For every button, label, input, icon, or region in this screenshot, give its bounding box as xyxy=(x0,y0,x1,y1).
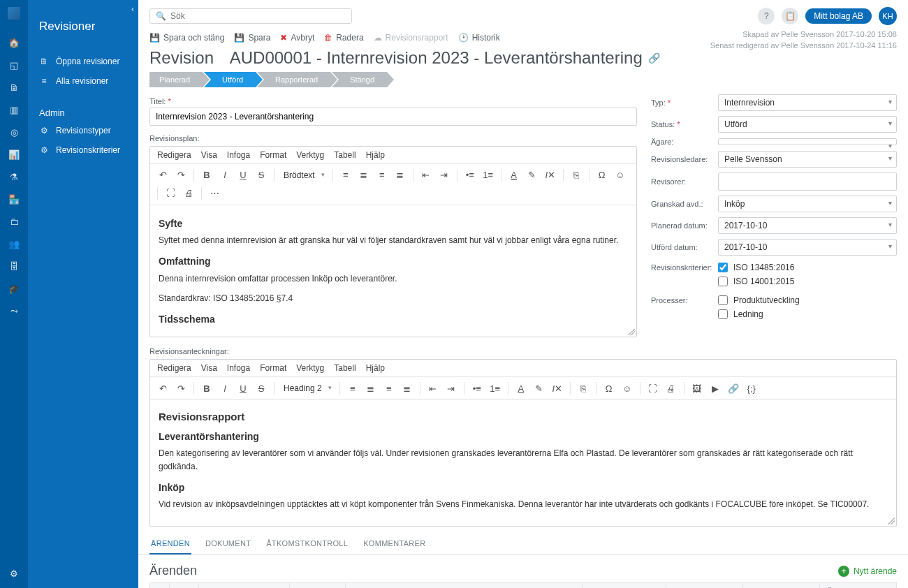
bold-icon[interactable]: B xyxy=(198,380,215,397)
underline-icon[interactable]: U xyxy=(235,167,251,184)
menu-insert[interactable]: Infoga xyxy=(227,363,250,373)
collapse-sidebar-icon[interactable]: ‹ xyxy=(131,4,134,14)
menu-help[interactable]: Hjälp xyxy=(366,150,385,160)
menu-format[interactable]: Format xyxy=(260,363,286,373)
clipboard-icon[interactable]: 📋 xyxy=(782,8,798,24)
number-list-icon[interactable]: 1≡ xyxy=(480,167,497,184)
pagebreak-icon[interactable]: ⎘ xyxy=(568,167,585,184)
resize-handle-icon[interactable] xyxy=(888,517,895,524)
bullet-list-icon[interactable]: •≡ xyxy=(462,167,478,184)
education-icon[interactable]: 🎓 xyxy=(8,282,20,295)
history-button[interactable]: 🕑Historik xyxy=(458,33,500,43)
strike-icon[interactable]: S xyxy=(253,167,270,184)
criteria-checkbox[interactable]: ISO 14001:2015 xyxy=(718,274,897,288)
process-checkbox[interactable]: Ledning xyxy=(718,307,897,321)
save-button[interactable]: 💾Spara xyxy=(234,33,270,43)
align-left-icon[interactable]: ≡ xyxy=(337,167,354,184)
more-icon[interactable]: ⋯ xyxy=(206,185,223,202)
menu-format[interactable]: Format xyxy=(260,150,286,160)
user-avatar[interactable]: KH xyxy=(879,7,897,25)
align-center-icon[interactable]: ≣ xyxy=(363,380,379,397)
menu-tools[interactable]: Verktyg xyxy=(296,363,324,373)
fullscreen-icon[interactable]: ⛶ xyxy=(162,185,179,202)
link-icon[interactable]: 🔗 xyxy=(725,380,742,397)
title-input[interactable] xyxy=(149,108,637,126)
print-icon[interactable]: 🖨 xyxy=(663,380,680,397)
highlight-icon[interactable]: ✎ xyxy=(531,380,548,397)
menu-tools[interactable]: Verktyg xyxy=(296,150,324,160)
text-color-icon[interactable]: A xyxy=(513,380,529,397)
tab-access[interactable]: ÅTKOMSTKONTROLL xyxy=(265,535,349,554)
auditors-input[interactable] xyxy=(718,172,897,191)
book-icon[interactable]: ▥ xyxy=(8,103,20,116)
flow-icon[interactable]: ⤳ xyxy=(8,304,20,317)
checkbox-icon[interactable] xyxy=(718,295,728,305)
italic-icon[interactable]: I xyxy=(217,380,233,397)
bullet-list-icon[interactable]: •≡ xyxy=(469,380,485,397)
underline-icon[interactable]: U xyxy=(235,380,251,397)
align-center-icon[interactable]: ≣ xyxy=(356,167,372,184)
col-id[interactable]: ID xyxy=(290,583,346,588)
search-input[interactable] xyxy=(170,11,346,21)
code-icon[interactable]: {;} xyxy=(743,380,760,397)
stage-done[interactable]: Utförd xyxy=(204,72,256,87)
tab-cases[interactable]: ÄRENDEN xyxy=(149,535,191,554)
menu-view[interactable]: Visa xyxy=(201,150,217,160)
process-checkbox[interactable]: Produktutveckling xyxy=(718,293,897,307)
video-icon[interactable]: ▶ xyxy=(707,380,724,397)
col-author[interactable]: Författare xyxy=(743,583,820,588)
dept-select[interactable]: Inköp xyxy=(718,196,897,212)
planned-date[interactable]: 2017-10-10 xyxy=(718,217,897,234)
format-select[interactable]: Brödtext xyxy=(279,168,328,182)
flask-icon[interactable]: ⚗ xyxy=(8,170,20,183)
document-icon[interactable]: 🗎 xyxy=(8,81,20,94)
notes-editor-body[interactable]: Revisionsrapport Leverantörshantering De… xyxy=(150,400,896,526)
search-box[interactable]: 🔍 xyxy=(149,8,352,24)
company-selector[interactable]: Mitt bolag AB xyxy=(805,8,872,24)
cancel-button[interactable]: ✖Avbryt xyxy=(280,33,314,43)
emoji-icon[interactable]: ☺ xyxy=(612,167,629,184)
emoji-icon[interactable]: ☺ xyxy=(619,380,636,397)
align-justify-icon[interactable]: ≣ xyxy=(392,167,409,184)
done-date[interactable]: 2017-10-10 xyxy=(718,239,897,256)
highlight-icon[interactable]: ✎ xyxy=(524,167,541,184)
strike-icon[interactable]: S xyxy=(253,380,270,397)
save-close-button[interactable]: 💾Spara och stäng xyxy=(149,33,224,43)
col-title[interactable]: Titel xyxy=(346,583,583,588)
sidebar-item-audit-criteria[interactable]: ⚙ Revisionskriterier xyxy=(28,140,138,160)
people-icon[interactable]: 👥 xyxy=(8,237,20,250)
col-received[interactable]: Mottagen xyxy=(583,583,666,588)
sidebar-item-open-audits[interactable]: 🗎 Öppna revisioner xyxy=(28,52,138,71)
omega-icon[interactable]: Ω xyxy=(601,380,617,397)
image-icon[interactable]: 🖼 xyxy=(689,380,705,397)
delete-button[interactable]: 🗑Radera xyxy=(324,33,363,43)
chart-icon[interactable]: 📊 xyxy=(8,148,20,161)
col-prio[interactable]: Prio xyxy=(170,583,199,588)
align-left-icon[interactable]: ≡ xyxy=(344,380,361,397)
print-icon[interactable]: 🖨 xyxy=(180,185,197,202)
redo-icon[interactable]: ↷ xyxy=(173,380,189,397)
pagebreak-icon[interactable]: ⎘ xyxy=(575,380,592,397)
align-justify-icon[interactable]: ≣ xyxy=(399,380,416,397)
stage-closed[interactable]: Stängd xyxy=(332,72,387,87)
clear-format-icon[interactable]: I✕ xyxy=(542,167,559,184)
align-right-icon[interactable]: ≡ xyxy=(381,380,397,397)
col-owner[interactable]: Ägare xyxy=(820,583,897,588)
resize-handle-icon[interactable] xyxy=(628,328,635,335)
menu-table[interactable]: Tabell xyxy=(334,150,356,160)
outdent-icon[interactable]: ⇤ xyxy=(425,380,441,397)
fullscreen-icon[interactable]: ⛶ xyxy=(645,380,661,397)
omega-icon[interactable]: Ω xyxy=(594,167,610,184)
italic-icon[interactable]: I xyxy=(217,167,233,184)
sidebar-item-audit-types[interactable]: ⚙ Revisionstyper xyxy=(28,121,138,140)
menu-edit[interactable]: Redigera xyxy=(157,150,191,160)
bold-icon[interactable]: B xyxy=(198,167,215,184)
align-right-icon[interactable]: ≡ xyxy=(374,167,390,184)
checkbox-icon[interactable] xyxy=(718,277,728,286)
text-color-icon[interactable]: A xyxy=(506,167,522,184)
number-list-icon[interactable]: 1≡ xyxy=(487,380,504,397)
col-type[interactable]: Typ xyxy=(199,583,290,588)
sidebar-item-all-audits[interactable]: ≡ Alla revisioner xyxy=(28,71,138,91)
status-select[interactable]: Utförd xyxy=(718,116,897,133)
format-select[interactable]: Heading 2 xyxy=(279,381,335,395)
